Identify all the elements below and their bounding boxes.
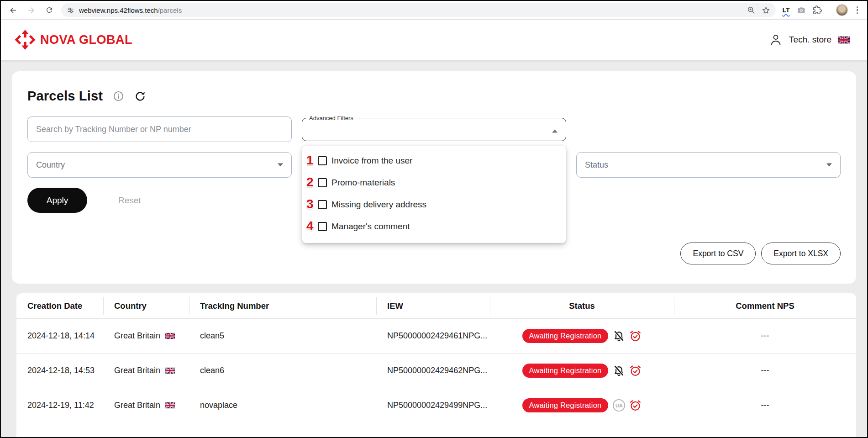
alarm-check-icon[interactable]: [629, 399, 642, 412]
reload-button[interactable]: [42, 3, 57, 17]
user-icon: [769, 33, 783, 47]
notifications-off-icon[interactable]: [613, 330, 625, 342]
url-domain: webview.nps.42flows.tech: [79, 6, 158, 14]
country-select[interactable]: Country: [27, 152, 292, 178]
browser-window: webview.nps.42flows.tech/parcels LT: [0, 0, 868, 438]
cell-tracking-number: novaplace: [189, 388, 376, 422]
filter-option-managers-comment[interactable]: 4 Manager's comment: [302, 216, 566, 237]
parcels-table: Creation Date Country Tracking Number IE…: [16, 293, 856, 437]
annotation-number-4: 4: [306, 220, 314, 232]
back-button[interactable]: [5, 3, 20, 17]
cell-comment-nps: ---: [674, 388, 856, 422]
main-content: Parcels List Advanced Filters: [1, 60, 867, 437]
status-badge: Awaiting Registration: [522, 329, 609, 343]
reload-icon: [45, 6, 53, 14]
cell-creation-date: 2024-12-18, 14:53: [16, 354, 103, 388]
browser-toolbar: webview.nps.42flows.tech/parcels LT: [1, 1, 867, 20]
country-name: Great Britain: [114, 366, 160, 375]
chrome-menu-icon[interactable]: [855, 5, 860, 16]
uk-flag-icon: [165, 332, 177, 340]
search-input[interactable]: [27, 116, 292, 142]
filter-option-missing-delivery-address[interactable]: 3 Missing delivery address: [302, 194, 566, 216]
chevron-down-icon: [278, 164, 283, 167]
cell-creation-date: 2024-12-18, 14:14: [16, 319, 103, 353]
filter-option-label: Invoice from the user: [331, 156, 412, 166]
checkbox-invoice-from-user[interactable]: [318, 156, 327, 165]
uk-flag-icon: [165, 401, 177, 409]
advanced-filters-select[interactable]: Advanced Filters: [302, 115, 566, 141]
cell-comment-nps: ---: [674, 319, 856, 353]
col-country: Country: [103, 293, 189, 318]
account-label: Tech. store: [789, 35, 831, 45]
cell-status: Awaiting Registration UA: [490, 388, 674, 422]
site-settings-icon[interactable]: [67, 6, 74, 14]
checkbox-missing-delivery-address[interactable]: [318, 200, 327, 209]
col-comment-nps: Comment NPS: [674, 293, 856, 318]
advanced-filters-dropdown: 1 Invoice from the user 2 Promo-material…: [302, 146, 566, 243]
table-header-row: Creation Date Country Tracking Number IE…: [16, 293, 856, 318]
status-select-label: Status: [585, 160, 608, 170]
alarm-check-icon[interactable]: [629, 364, 642, 377]
bookmark-star-icon[interactable]: [762, 6, 770, 15]
cell-iew: NP50000002429462NPG...: [376, 354, 490, 388]
nova-global-logo[interactable]: NOVA GLOBAL: [15, 29, 132, 50]
advanced-filters-label: Advanced Filters: [307, 115, 356, 121]
languagetool-extension-icon[interactable]: LT: [782, 6, 789, 14]
status-badge: Awaiting Registration: [522, 364, 609, 378]
col-tracking-number: Tracking Number: [189, 293, 376, 318]
apply-button[interactable]: Apply: [27, 188, 87, 213]
chevron-up-icon: [552, 130, 558, 133]
country-select-label: Country: [36, 160, 65, 170]
country-name: Great Britain: [114, 401, 160, 410]
refresh-list-button[interactable]: [134, 90, 146, 102]
cell-tracking-number: clean6: [189, 354, 376, 388]
ua-badge-icon[interactable]: UA: [613, 399, 625, 412]
reset-button[interactable]: Reset: [118, 195, 141, 206]
filter-option-invoice-from-user[interactable]: 1 Invoice from the user: [302, 150, 566, 172]
cell-comment-nps: ---: [674, 354, 856, 388]
export-csv-button[interactable]: Export to CSV: [680, 243, 756, 264]
annotation-number-3: 3: [306, 198, 314, 211]
cell-tracking-number: clean5: [189, 319, 376, 353]
cell-country: Great Britain: [103, 319, 189, 353]
forward-button[interactable]: [24, 3, 38, 17]
zoom-icon[interactable]: [747, 6, 755, 14]
status-select[interactable]: Status: [576, 152, 841, 178]
info-icon[interactable]: [113, 90, 124, 102]
chevron-down-icon: [826, 164, 832, 167]
filter-option-label: Manager's comment: [331, 222, 410, 232]
app-header: NOVA GLOBAL Tech. store: [1, 20, 867, 60]
annotation-number-1: 1: [306, 154, 314, 167]
forward-arrow-icon: [27, 6, 36, 15]
logo-text: NOVA GLOBAL: [40, 33, 132, 47]
country-name: Great Britain: [114, 331, 160, 341]
profile-avatar[interactable]: [836, 4, 848, 16]
extensions-puzzle-icon[interactable]: [813, 5, 822, 15]
col-creation-date: Creation Date: [16, 293, 103, 318]
url-text[interactable]: webview.nps.42flows.tech/parcels: [79, 6, 743, 14]
notifications-off-icon[interactable]: [613, 364, 625, 377]
cell-country: Great Britain: [103, 354, 189, 388]
uk-flag-icon[interactable]: [838, 36, 850, 44]
cell-iew: NP50000002429461NPG...: [376, 319, 490, 353]
table-row[interactable]: 2024-12-18, 14:14 Great Britain clean5 N…: [16, 318, 856, 353]
checkbox-promo-materials[interactable]: [318, 178, 327, 187]
export-xlsx-button[interactable]: Export to XLSX: [761, 243, 841, 264]
table-row[interactable]: 2024-12-19, 11:42 Great Britain novaplac…: [16, 388, 856, 422]
cell-iew: NP50000002429499NPG...: [376, 388, 490, 422]
col-status: Status: [490, 293, 674, 318]
checkbox-managers-comment[interactable]: [318, 222, 327, 231]
cell-status: Awaiting Registration: [490, 354, 674, 388]
cell-creation-date: 2024-12-19, 11:42: [16, 388, 103, 422]
nova-global-logo-icon: [15, 29, 36, 50]
filter-option-label: Missing delivery address: [331, 200, 426, 210]
table-row[interactable]: 2024-12-18, 14:53 Great Britain clean6 N…: [16, 353, 856, 388]
filter-option-promo-materials[interactable]: 2 Promo-materials: [302, 172, 566, 194]
account-area[interactable]: Tech. store: [769, 33, 850, 47]
alarm-check-icon[interactable]: [629, 330, 642, 342]
camera-extension-icon[interactable]: [797, 5, 806, 15]
address-bar[interactable]: webview.nps.42flows.tech/parcels: [61, 3, 776, 17]
refresh-icon: [134, 90, 146, 102]
back-arrow-icon: [9, 6, 17, 15]
url-path: /parcels: [158, 6, 182, 14]
